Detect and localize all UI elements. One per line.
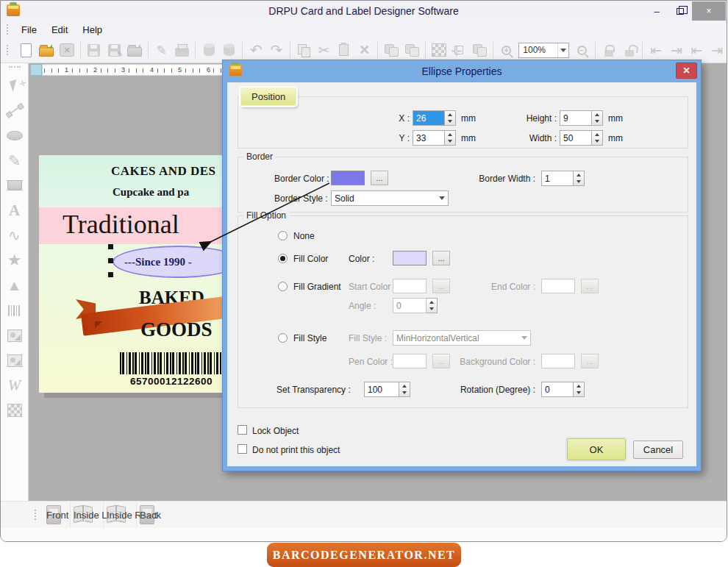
database-add-button[interactable] [199, 40, 218, 60]
rotation-input[interactable]: 0 [541, 382, 574, 397]
tab-inside-left[interactable]: Inside Left [71, 502, 104, 528]
undo-button[interactable]: ↶ [246, 40, 265, 60]
width-input[interactable]: 50 [560, 130, 592, 146]
website-banner[interactable]: BARCODEGENERATOR.NET [267, 543, 461, 567]
x-spinner[interactable] [445, 110, 456, 126]
card-barcode[interactable] [120, 352, 223, 374]
close-button[interactable]: × [692, 1, 726, 21]
unlock-button[interactable] [620, 40, 639, 60]
selection-handle[interactable] [108, 244, 113, 249]
align-left-button[interactable]: ⇤ [646, 40, 665, 60]
border-color-browse-button[interactable]: ... [371, 171, 388, 185]
fill-gradient-radio[interactable] [278, 282, 288, 291]
clipart-tool[interactable] [4, 350, 26, 371]
set-transparency-label: Set Transparency : [276, 382, 351, 396]
border-color-swatch[interactable] [331, 171, 365, 185]
barcode-tool[interactable] [4, 300, 26, 321]
selection-handle[interactable] [108, 258, 113, 263]
no-print-checkbox[interactable] [238, 444, 247, 454]
lock-button[interactable] [599, 40, 618, 60]
y-input[interactable]: 33 [413, 130, 445, 146]
ellipse-tool[interactable] [4, 125, 26, 146]
menu-edit[interactable]: Edit [46, 23, 76, 37]
height-input[interactable]: 9 [560, 110, 592, 126]
y-spinner[interactable] [445, 130, 456, 146]
close-file-button[interactable]: ✕ [57, 40, 76, 60]
fill-color-swatch[interactable] [393, 251, 427, 265]
lock-object-checkbox[interactable] [238, 425, 247, 435]
align-left-icon: ⇤ [650, 43, 662, 57]
database-button[interactable] [220, 40, 239, 60]
tab-inside-right[interactable]: Inside Right [104, 502, 137, 528]
border-style-select[interactable]: Solid [331, 190, 449, 206]
redo-button[interactable]: ↷ [267, 40, 286, 60]
star-tool[interactable]: ★ [4, 250, 26, 271]
save-button[interactable] [85, 40, 104, 60]
pencil-tool[interactable]: ✎ [4, 150, 26, 171]
card-subheading-text[interactable]: Cupcake and pa [113, 186, 189, 199]
minimize-button[interactable]: – [645, 1, 668, 21]
transparency-spinner[interactable] [399, 382, 410, 397]
line-tool[interactable] [4, 100, 26, 121]
zoom-in-button[interactable]: + [497, 40, 516, 60]
edit-button[interactable]: ✎ [152, 40, 171, 60]
zoom-level-combo[interactable]: 100% [518, 43, 569, 58]
card-goods-text[interactable]: GOODS [140, 318, 213, 341]
triangle-tool[interactable]: ▲ [4, 275, 26, 296]
tab-front[interactable]: Front [43, 502, 71, 528]
card-heading-text[interactable]: CAKES AND DES [111, 164, 216, 179]
center-object-button[interactable] [449, 40, 468, 60]
menu-file[interactable]: File [15, 23, 46, 37]
card-barcode-digits: 65700012122600 [130, 376, 213, 387]
card-design[interactable]: CAKES AND DES Cupcake and pa Traditional… [39, 155, 223, 393]
x-input[interactable]: 26 [413, 110, 445, 126]
card-traditional-text[interactable]: Traditional [63, 209, 179, 240]
copy-button[interactable] [294, 40, 313, 60]
dialog-title-bar[interactable]: Ellipse Properties ✕ [223, 60, 701, 82]
tab-back[interactable]: Back [137, 502, 163, 528]
ok-button[interactable]: OK [567, 438, 626, 460]
dialog-close-button[interactable]: ✕ [676, 63, 697, 79]
open-button[interactable] [38, 40, 57, 60]
send-backward-button[interactable] [402, 40, 421, 60]
rotation-spinner[interactable] [574, 382, 585, 397]
transparency-pattern-tool[interactable] [4, 400, 26, 421]
bring-forward-icon [385, 44, 398, 56]
border-width-spinner[interactable] [574, 171, 585, 186]
new-document-button[interactable] [17, 40, 36, 60]
fill-color-browse-button[interactable]: ... [432, 251, 450, 265]
transform-button[interactable] [470, 40, 489, 60]
rectangle-tool[interactable] [4, 175, 26, 196]
fill-color-radio[interactable] [278, 254, 288, 263]
fill-none-radio[interactable] [278, 231, 288, 240]
text-tool[interactable]: A [4, 200, 26, 221]
zoom-out-button[interactable]: − [572, 40, 591, 60]
wordart-tool[interactable]: W [4, 375, 26, 396]
align-left-edge-button[interactable]: ⇤ [688, 40, 707, 60]
align-right-edge-button[interactable]: ⇥ [707, 40, 727, 60]
menu-help[interactable]: Help [76, 23, 111, 37]
fill-style-radio[interactable] [278, 333, 288, 343]
pattern-button[interactable] [429, 40, 449, 60]
curve-tool[interactable]: ∿ [4, 225, 26, 246]
bring-forward-button[interactable] [382, 40, 401, 60]
cancel-button[interactable]: Cancel [633, 441, 683, 459]
paste-button[interactable] [335, 40, 354, 60]
align-right-button[interactable]: ⇥ [667, 40, 686, 60]
database-add-icon [204, 44, 215, 56]
select-move-tool[interactable] [4, 75, 26, 96]
save-as-button[interactable]: ✎ [105, 40, 124, 60]
restore-button[interactable] [668, 1, 692, 21]
width-spinner[interactable] [592, 130, 603, 146]
delete-button[interactable]: ✕ [355, 40, 374, 60]
transparency-input[interactable]: 100 [364, 382, 399, 397]
height-spinner[interactable] [592, 110, 603, 126]
zoom-dropdown-arrow-icon[interactable] [557, 43, 568, 57]
selection-handle[interactable] [108, 272, 113, 277]
picture-tool[interactable] [4, 325, 26, 346]
position-tab[interactable]: Position [240, 88, 296, 106]
cut-button[interactable]: ✂ [314, 40, 333, 60]
print-button[interactable] [173, 40, 192, 60]
export-button[interactable] [125, 40, 144, 60]
border-width-input[interactable]: 1 [541, 171, 574, 186]
